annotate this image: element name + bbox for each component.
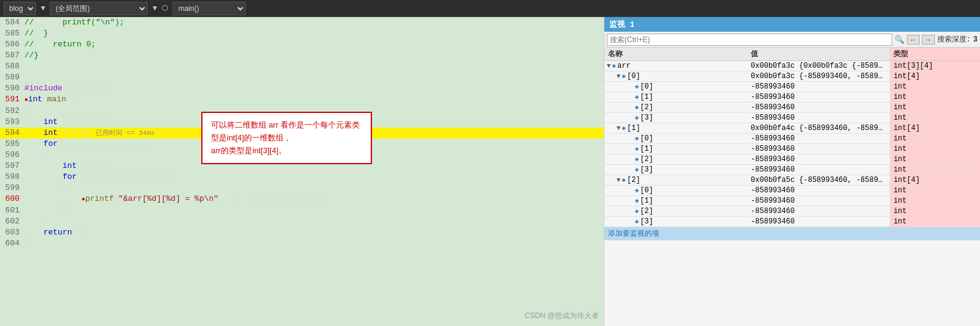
watch-row-arr-0: ▼◈[0]0x00b0fa3c {-858993460, -858993460,… xyxy=(604,71,980,82)
watch-cell-name-arr[interactable]: ▼◈arr xyxy=(604,61,747,71)
watch-name-text: [2] xyxy=(640,103,654,112)
watch-row-arr-1-2: ◈[2]-858993460int xyxy=(604,154,980,165)
code-line-602: 602 } xyxy=(0,216,604,227)
code-line-584: 584 // printf("\n"); xyxy=(0,17,604,28)
watch-cell-type-arr-0-3: int xyxy=(890,113,980,123)
watch-cell-name-arr-0[interactable]: ▼◈[0] xyxy=(604,71,747,82)
watch-cell-value-arr-1-1: -858993460 xyxy=(747,144,890,154)
obj-icon: ◈ xyxy=(635,104,639,111)
watch-name-text: [2] xyxy=(640,207,654,216)
watch-cell-value-arr-1-3: -858993460 xyxy=(747,165,890,175)
watch-name-text: [1] xyxy=(627,124,640,132)
project-select[interactable]: blog xyxy=(4,2,36,15)
watch-cell-value-arr-1: 0x00b0fa4c {-858993460, -858993460, -858… xyxy=(747,123,890,134)
watch-name-text: [3] xyxy=(640,217,654,226)
expand-icon[interactable]: ▼ xyxy=(607,62,611,70)
watch-panel-title: 监视 1 xyxy=(609,19,635,30)
watch-row-arr: ▼◈arr0x00b0fa3c {0x00b0fa3c {-858993460,… xyxy=(604,61,980,71)
watch-cell-name-arr-0-2[interactable]: ◈[2] xyxy=(604,103,747,113)
watch-cell-value-arr-1-2: -858993460 xyxy=(747,154,890,165)
watch-cell-value-arr-0-3: -858993460 xyxy=(747,113,890,123)
search-icon: 🔍 xyxy=(895,35,904,45)
obj-icon: ◈ xyxy=(635,197,639,205)
watch-name-text: [0] xyxy=(640,82,654,91)
watch-cell-name-arr-1-3[interactable]: ◈[3] xyxy=(604,165,747,175)
watch-cell-value-arr-0: 0x00b0fa3c {-858993460, -858993460, -858… xyxy=(747,71,890,82)
nav-back-button[interactable]: ← xyxy=(907,35,920,45)
watch-row-arr-2-3: ◈[3]-858993460int xyxy=(604,217,980,227)
watch-cell-name-arr-1-1[interactable]: ◈[1] xyxy=(604,144,747,154)
code-line-590: 590 #include <stdio.h> xyxy=(0,83,604,94)
watch-cell-type-arr-1-1: int xyxy=(890,144,980,154)
watch-cell-name-arr-1-0[interactable]: ◈[0] xyxy=(604,134,747,144)
watermark: CSDN @想成为传火者 xyxy=(524,311,599,321)
obj-icon: ◈ xyxy=(622,125,626,132)
watch-row-arr-1: ▼◈[1]0x00b0fa4c {-858993460, -858993460,… xyxy=(604,123,980,134)
watch-cell-name-arr-2-3[interactable]: ◈[3] xyxy=(604,217,747,227)
code-line-604: 604 } xyxy=(0,238,604,249)
watch-name-text: [3] xyxy=(640,114,654,122)
watch-cell-name-arr-2[interactable]: ▼◈[2] xyxy=(604,175,747,186)
watch-cell-type-arr-2-1: int xyxy=(890,196,980,206)
watch-search-input[interactable] xyxy=(607,34,892,46)
watch-cell-name-arr-0-0[interactable]: ◈[0] xyxy=(604,82,747,92)
code-line-586: 586 // return 0; xyxy=(0,39,604,50)
col-value-header: 值 xyxy=(747,48,890,61)
watch-cell-name-arr-1[interactable]: ▼◈[1] xyxy=(604,123,747,134)
expand-icon[interactable]: ▼ xyxy=(617,73,621,80)
watch-cell-name-arr-2-0[interactable]: ◈[0] xyxy=(604,186,747,196)
watch-cell-type-arr-0-0: int xyxy=(890,82,980,92)
add-watch-label[interactable]: 添加要监视的项 xyxy=(604,227,980,241)
obj-icon: ◈ xyxy=(635,93,639,101)
expand-icon[interactable]: ▼ xyxy=(617,176,621,184)
watch-row-arr-2-0: ◈[0]-858993460int xyxy=(604,186,980,196)
watch-name-text: [2] xyxy=(640,155,654,164)
watch-cell-value-arr-2: 0x00b0fa5c {-858993460, -858993460, -858… xyxy=(747,175,890,186)
watch-cell-value-arr-0-1: -858993460 xyxy=(747,92,890,103)
watch-row-arr-2: ▼◈[2]0x00b0fa5c {-858993460, -858993460,… xyxy=(604,175,980,186)
watch-row-arr-0-3: ◈[3]-858993460int xyxy=(604,113,980,123)
scope-select[interactable]: (全局范围) xyxy=(50,2,148,15)
watch-cell-type-arr-1: int[4] xyxy=(890,123,980,134)
watch-cell-name-arr-0-1[interactable]: ◈[1] xyxy=(604,92,747,103)
watch-cell-type-arr-0-1: int xyxy=(890,92,980,103)
function-select[interactable]: main() xyxy=(173,2,246,15)
code-line-599: 599 { xyxy=(0,183,604,194)
watch-cell-name-arr-0-3[interactable]: ◈[3] xyxy=(604,113,747,123)
obj-icon: ◈ xyxy=(622,176,626,184)
watch-row-arr-0-2: ◈[2]-858993460int xyxy=(604,103,980,113)
watch-cell-name-arr-2-1[interactable]: ◈[1] xyxy=(604,196,747,206)
obj-icon: ◈ xyxy=(635,145,639,153)
code-line-588: 588 xyxy=(0,61,604,72)
code-line-603: 603 return 0; xyxy=(0,227,604,238)
top-bar: blog ▼ (全局范围) ▼ ⬡ main() xyxy=(0,0,980,17)
watch-cell-type-arr-1-2: int xyxy=(890,154,980,165)
code-line-585: 585 // } xyxy=(0,28,604,39)
watch-row-arr-2-2: ◈[2]-858993460int xyxy=(604,206,980,217)
obj-icon: ◈ xyxy=(635,114,639,121)
watch-cell-name-arr-2-2[interactable]: ◈[2] xyxy=(604,206,747,217)
watch-row-arr-2-1: ◈[1]-858993460int xyxy=(604,196,980,206)
code-line-598: 598 for (j = 0; j < 4; j++) xyxy=(0,172,604,183)
watch-cell-name-arr-1-2[interactable]: ◈[2] xyxy=(604,154,747,165)
code-line-587: 587 //} xyxy=(0,50,604,61)
watch-cell-type-arr-1-3: int xyxy=(890,165,980,175)
watch-cell-type-arr-2-2: int xyxy=(890,206,980,217)
add-watch-row[interactable]: 添加要监视的项 xyxy=(604,227,980,241)
watch-name-text: [1] xyxy=(640,145,654,153)
scope-label: ▼ xyxy=(41,4,45,13)
code-content: 584 // printf("\n"); 585 // } 586 // ret… xyxy=(0,17,604,326)
obj-icon: ◈ xyxy=(635,83,639,90)
expand-icon[interactable]: ▼ xyxy=(617,125,621,132)
watch-cell-value-arr-2-3: -858993460 xyxy=(747,217,890,227)
code-line-589: 589 xyxy=(0,72,604,83)
watch-name-text: [1] xyxy=(640,93,654,101)
watch-row-arr-0-1: ◈[1]-858993460int xyxy=(604,92,980,103)
watch-name-text: [1] xyxy=(640,197,654,205)
nav-forward-button[interactable]: → xyxy=(922,35,935,45)
watch-name-text: [2] xyxy=(627,176,640,184)
watch-cell-type-arr-2-0: int xyxy=(890,186,980,196)
watch-cell-value-arr-2-1: -858993460 xyxy=(747,196,890,206)
obj-icon: ◈ xyxy=(635,208,639,215)
obj-icon: ◈ xyxy=(635,156,639,163)
